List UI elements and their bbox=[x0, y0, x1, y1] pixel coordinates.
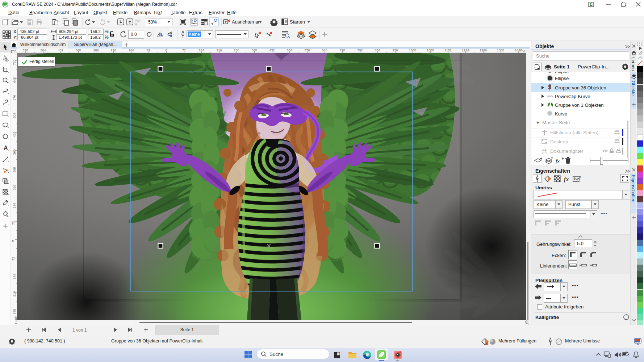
svg-text:A: A bbox=[4, 145, 8, 151]
svg-text:fx: fx bbox=[556, 158, 560, 164]
svg-text:fx: fx bbox=[564, 176, 569, 182]
svg-text:?: ? bbox=[579, 176, 581, 179]
